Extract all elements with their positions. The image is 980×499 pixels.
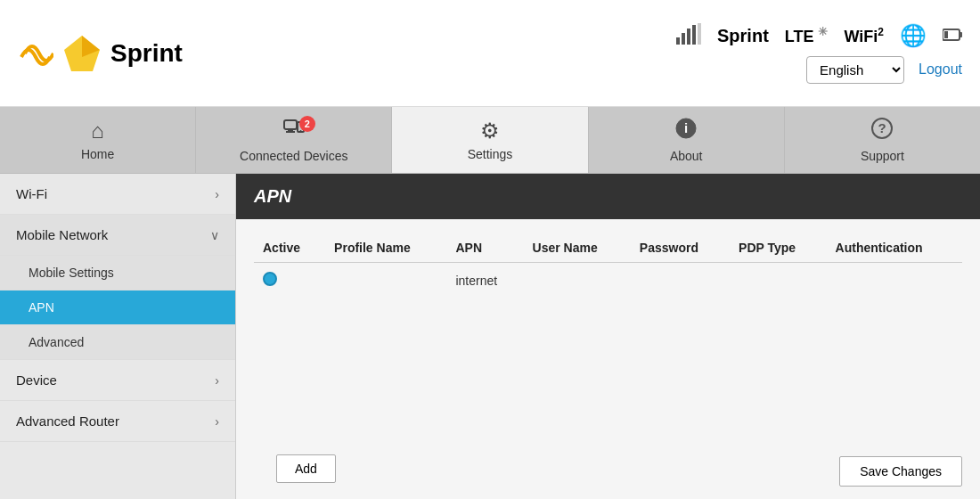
chevron-right-icon-device: › [215,373,219,388]
row-profile-name [325,263,446,299]
sidebar-advanced-label: Advanced [29,335,84,349]
main-area: Wi-Fi › Mobile Network ∨ Mobile Settings… [0,174,980,499]
sidebar-item-wifi[interactable]: Wi-Fi › [0,174,235,215]
tab-support-label: Support [861,149,904,163]
svg-rect-10 [284,120,297,129]
brand-name: Sprint [110,39,183,68]
chevron-right-icon: › [215,187,219,201]
tab-connected-devices[interactable]: Connected Devices 2 [196,107,392,173]
tab-about-label: About [670,149,703,163]
language-select[interactable]: EnglishSpanishFrench [806,56,904,84]
sidebar-item-advanced-router[interactable]: Advanced Router › [0,401,235,442]
svg-rect-5 [692,25,696,45]
sidebar-mobile-network-label: Mobile Network [16,227,108,242]
sidebar-mobile-settings-label: Mobile Settings [29,266,114,280]
sidebar-sub-item-mobile-settings[interactable]: Mobile Settings [0,256,235,290]
logout-button[interactable]: Logout [919,61,962,78]
svg-rect-2 [676,37,680,45]
carrier-name: Sprint [717,26,769,46]
home-icon: ⌂ [91,119,104,143]
support-icon: ? [870,117,894,145]
sidebar-apn-label: APN [29,300,54,315]
content-spacer [236,346,980,444]
svg-rect-8 [960,32,962,37]
lte-badge: LTE ✳ [785,25,829,46]
chevron-right-icon-advanced-router: › [215,414,219,429]
sidebar-item-device[interactable]: Device › [0,360,235,401]
sidebar-device-label: Device [16,372,57,388]
col-authentication: Authentication [827,233,962,263]
content-title: APN [236,174,980,219]
content-area: APN Active Profile Name APN User Name Pa… [236,174,980,499]
svg-text:i: i [684,120,688,135]
connected-devices-badge: 2 [299,116,315,132]
svg-rect-3 [682,33,685,45]
table-row: internet [254,263,962,299]
row-password [631,263,730,299]
about-icon: i [674,117,698,145]
svg-point-14 [299,130,301,132]
add-button[interactable]: Add [276,454,336,483]
svg-rect-11 [288,129,293,131]
sidebar-sub-item-apn[interactable]: APN [0,290,235,325]
tab-connected-devices-label: Connected Devices [240,149,347,163]
save-changes-button[interactable]: Save Changes [839,456,962,487]
header-right: Sprint LTE ✳ WiFi2 🌐 EnglishSpanishFrenc… [676,23,962,84]
tab-settings[interactable]: ⚙ Settings [392,107,588,173]
row-authentication [827,263,962,299]
svg-rect-6 [698,23,701,45]
nav-tabs: ⌂ Home Connected Devices 2 ⚙ Settings i … [0,107,980,174]
chevron-down-icon: ∨ [210,228,219,242]
sidebar-sub-item-advanced[interactable]: Advanced [0,325,235,360]
sidebar-advanced-router-label: Advanced Router [16,413,119,429]
logo-area: Sprint [18,32,183,75]
col-active: Active [254,233,325,263]
sidebar-wifi-label: Wi-Fi [16,186,47,201]
col-password: Password [631,233,730,263]
col-apn: APN [446,233,523,263]
globe-icon[interactable]: 🌐 [900,23,927,48]
row-pdp-type [730,263,827,299]
settings-icon: ⚙ [480,119,500,143]
header: Sprint Sprint LTE ✳ WiFi2 🌐 [0,0,980,107]
sprint-logo-icon [18,36,53,71]
content-footer: Add Save Changes [236,444,980,499]
active-radio-dot[interactable] [263,272,277,286]
svg-rect-9 [944,31,948,38]
apn-table: Active Profile Name APN User Name Passwo… [254,233,962,298]
battery-icon [943,24,962,47]
row-active[interactable] [254,263,325,299]
sprint-bird-icon [61,32,103,75]
header-bottom-row: EnglishSpanishFrench Logout [806,56,962,84]
tab-about[interactable]: i About [589,107,785,173]
lte-star-icon: ✳ [818,25,828,38]
svg-text:?: ? [878,120,886,135]
sidebar-item-mobile-network[interactable]: Mobile Network ∨ [0,215,235,256]
tab-home[interactable]: ⌂ Home [0,107,196,173]
wifi-badge: WiFi2 [844,26,884,46]
tab-home-label: Home [81,147,114,161]
row-user-name [524,263,631,299]
header-icons: Sprint LTE ✳ WiFi2 🌐 [676,23,962,49]
signal-icon [676,23,701,49]
svg-rect-12 [286,131,295,133]
content-body: Active Profile Name APN User Name Passwo… [236,219,980,346]
col-profile-name: Profile Name [325,233,446,263]
tab-settings-label: Settings [468,147,513,161]
svg-rect-4 [687,29,690,45]
row-apn: internet [446,263,523,299]
col-user-name: User Name [524,233,631,263]
sidebar: Wi-Fi › Mobile Network ∨ Mobile Settings… [0,174,236,499]
tab-support[interactable]: ? Support [785,107,980,173]
col-pdp-type: PDP Type [730,233,827,263]
